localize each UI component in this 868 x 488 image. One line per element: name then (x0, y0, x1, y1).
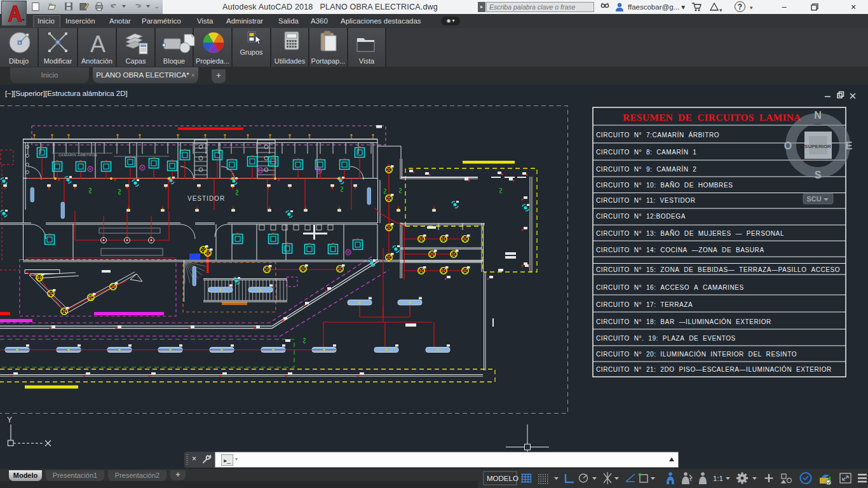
svg-text:A: A (90, 31, 105, 57)
svg-text:Y: Y (7, 416, 12, 424)
svg-text:SCU: SCU (806, 195, 821, 203)
svg-text:CIRCUITO N° 9: CAMARÍN 2: CIRCUITO N° 9: CAMARÍN 2 (596, 165, 696, 173)
svg-text:MODELO: MODELO (487, 475, 519, 482)
svg-text:1:1: 1:1 (713, 475, 723, 482)
svg-text:CIRCUITO N° 16: ACCESO A: CIRCUITO N° 16: ACCESO A CAMARINES (596, 284, 744, 291)
svg-text:CIRCUITO N° 8: CAMARÍN 1: CIRCUITO N° 8: CAMARÍN 1 (596, 148, 696, 156)
svg-text:CIRCUITO N° 13: BAÑO DE M: CIRCUITO N° 13: BAÑO DE MUJERES — PERSON… (596, 229, 784, 237)
svg-text:O: O (784, 140, 792, 151)
svg-text:VESTIDOR: VESTIDOR (187, 195, 225, 202)
svg-text:CIRCUITO N° 7:CAMARÍN ÁRBIT: CIRCUITO N° 7:CAMARÍN ÁRBITRO (596, 131, 719, 139)
svg-text:SUPERIOR: SUPERIOR (804, 144, 831, 149)
svg-text:CIRCUITO N°. 19: PLAZA DE: CIRCUITO N°. 19: PLAZA DE EVENTOS (596, 335, 736, 342)
svg-text:CIRCUITO N° 14: COCINA —ZO: CIRCUITO N° 14: COCINA —ZONA DE BASURA (596, 247, 764, 254)
svg-text:CIRCUITO N° 18: BAR —ILUMI: CIRCUITO N° 18: BAR —ILUMINACIÓN EXTERIO… (596, 318, 771, 325)
svg-text:CIRCUITO N° 20: ILUMINACIÓN: CIRCUITO N° 20: ILUMINACIÓN INTERIOR DEL… (596, 350, 797, 358)
svg-text:CIRCUITO N° 21: 2DO PISO—E: CIRCUITO N° 21: 2DO PISO—ESCALERA—ILUMIN… (596, 365, 832, 373)
svg-text:RESUMEN DE CIRCUITOS LAMINA: RESUMEN DE CIRCUITOS LAMINA (623, 112, 801, 123)
svg-text:CAMARIN ÁRBITROS: CAMARIN ÁRBITROS (58, 153, 97, 157)
svg-text:CIRCUITO N° 17: TERRAZA: CIRCUITO N° 17: TERRAZA (596, 301, 693, 308)
svg-text:N: N (814, 110, 822, 121)
svg-text:CIRCUITO N° 10: BAÑO DE H: CIRCUITO N° 10: BAÑO DE HOMBRES (596, 181, 733, 189)
svg-text:CIRCUITO N° 12:BODEGA: CIRCUITO N° 12:BODEGA (596, 213, 686, 220)
svg-text:S: S (815, 170, 822, 180)
svg-text:E: E (846, 140, 853, 151)
svg-text:CIRCUITO N° 15: ZONA DE B: CIRCUITO N° 15: ZONA DE BEBIDAS— TERRAZA… (596, 266, 840, 273)
svg-text:CIRCUITO N° 11: VESTIDOR: CIRCUITO N° 11: VESTIDOR (596, 197, 696, 204)
